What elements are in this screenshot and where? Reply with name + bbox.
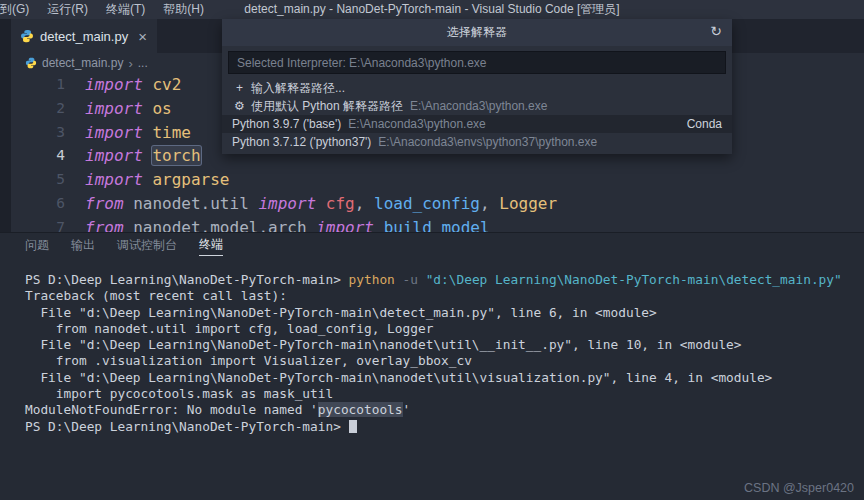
panel-tabs: 问题输出调试控制台终端 — [0, 233, 864, 259]
terminal-line: File "d:\Deep Learning\NanoDet-PyTorch-m… — [25, 305, 864, 321]
line-number: 4 — [11, 144, 65, 168]
code-token: load_config — [374, 194, 480, 213]
breadcrumb-more[interactable]: ... — [138, 56, 148, 70]
terminal-line: ModuleNotFoundError: No module named 'py… — [25, 402, 864, 418]
code-token: nanodet.util — [133, 194, 258, 213]
code-token: torch — [152, 146, 200, 165]
tab-close-icon[interactable]: × — [138, 29, 147, 44]
terminal-token: PS D:\Deep Learning\NanoDet-PyTorch-main… — [25, 419, 349, 434]
line-number: 5 — [11, 168, 65, 192]
tab-label: detect_main.py — [40, 29, 128, 44]
code-token: , — [355, 194, 374, 213]
item-detail: E:\Anaconda3\python.exe — [348, 117, 485, 131]
code-token: import — [316, 218, 383, 232]
menu-item[interactable]: 到(G) — [0, 0, 38, 19]
quick-pick-item[interactable]: +输入解释器路径... — [222, 79, 732, 97]
menu-item[interactable]: 帮助(H) — [154, 0, 213, 19]
item-label: Python 3.9.7 ('base') — [232, 117, 341, 131]
quick-pick-header: 选择解释器 ↻ — [222, 19, 732, 46]
code-token: , — [480, 194, 499, 213]
code-token: import — [85, 99, 152, 118]
code-line[interactable]: 5import argparse — [11, 168, 864, 192]
code-line-text: import cv2 — [85, 73, 181, 97]
code-token: cv2 — [152, 75, 181, 94]
code-line-text: import os — [85, 97, 172, 121]
quick-pick-item[interactable]: Python 3.9.7 ('base')E:\Anaconda3\python… — [222, 115, 732, 133]
code-line[interactable]: 6from nanodet.util import cfg, load_conf… — [11, 192, 864, 216]
code-token: os — [152, 99, 171, 118]
code-token: Logger — [499, 194, 557, 213]
terminal-token: File "d:\Deep Learning\NanoDet-PyTorch-m… — [25, 337, 742, 352]
item-label: 输入解释器路径... — [251, 80, 345, 97]
bottom-panel: 问题输出调试控制台终端 PS D:\Deep Learning\NanoDet-… — [0, 232, 864, 500]
code-token: nanodet.model.arch — [133, 218, 316, 232]
code-token: import — [258, 194, 325, 213]
item-label: Python 3.7.12 ('python37') — [232, 135, 371, 149]
conda-badge: Conda — [687, 117, 722, 131]
code-token: import — [85, 123, 152, 142]
code-token: time — [152, 123, 191, 142]
quick-pick-input-wrap — [222, 46, 732, 79]
code-line-text: import time — [85, 121, 191, 145]
item-detail: E:\Anaconda3\python.exe — [410, 99, 547, 113]
terminal-line: File "d:\Deep Learning\NanoDet-PyTorch-m… — [25, 337, 864, 353]
terminal-token: ModuleNotFoundError: No module named ' — [25, 402, 318, 417]
interpreter-quick-pick: 选择解释器 ↻ +输入解释器路径...⚙使用默认 Python 解释器路径E:\… — [222, 19, 732, 154]
terminal-token: from .visualization import Visualizer, o… — [25, 353, 472, 368]
editor-tab-detect-main[interactable]: detect_main.py × — [11, 19, 157, 53]
quick-pick-list: +输入解释器路径...⚙使用默认 Python 解释器路径E:\Anaconda… — [222, 79, 732, 154]
terminal-token: import pycocotools.mask as mask_util — [25, 386, 333, 401]
plus-icon: + — [232, 81, 247, 95]
terminal-line: from nanodet.util import cfg, load_confi… — [25, 321, 864, 337]
line-number: 7 — [11, 216, 65, 232]
terminal-line: import pycocotools.mask as mask_util — [25, 386, 864, 402]
panel-tab-问题[interactable]: 问题 — [25, 237, 49, 256]
terminal-line: File "d:\Deep Learning\NanoDet-PyTorch-m… — [25, 370, 864, 386]
quick-pick-title: 选择解释器 — [447, 24, 507, 41]
code-line-text: from nanodet.util import cfg, load_confi… — [85, 192, 557, 216]
terminal-token: Traceback (most recent call last): — [25, 288, 287, 303]
terminal-line: PS D:\Deep Learning\NanoDet-PyTorch-main… — [25, 419, 864, 435]
terminal-cursor — [349, 420, 357, 433]
breadcrumb-file[interactable]: detect_main.py — [42, 56, 123, 70]
quick-pick-item[interactable]: Python 3.7.12 ('python37')E:\Anaconda3\e… — [222, 133, 732, 151]
terminal-token: File "d:\Deep Learning\NanoDet-PyTorch-m… — [25, 305, 657, 320]
menubar: 到(G)运行(R)终端(T)帮助(H) — [0, 0, 213, 19]
code-token: from — [85, 194, 133, 213]
code-line-text: import argparse — [85, 168, 230, 192]
line-number: 6 — [11, 192, 65, 216]
terminal-line: from .visualization import Visualizer, o… — [25, 353, 864, 369]
terminal-token: python — [349, 272, 403, 287]
panel-tab-终端[interactable]: 终端 — [199, 236, 223, 256]
quick-pick-input[interactable] — [228, 51, 726, 74]
chevron-right-icon: › — [128, 56, 132, 71]
terminal-line: Traceback (most recent call last): — [25, 288, 864, 304]
panel-tab-调试控制台[interactable]: 调试控制台 — [117, 237, 177, 256]
line-number: 2 — [11, 97, 65, 121]
code-token: build_model — [384, 218, 490, 232]
terminal-token: PS D:\Deep Learning\NanoDet-PyTorch-main… — [25, 272, 349, 287]
python-icon — [25, 57, 37, 69]
code-line-text: import torch — [85, 144, 201, 168]
terminal-token: pycocotools — [318, 402, 403, 417]
item-label: 使用默认 Python 解释器路径 — [251, 98, 403, 115]
code-token: argparse — [152, 170, 229, 189]
terminal-token: from nanodet.util import cfg, load_confi… — [25, 321, 433, 336]
code-line[interactable]: 7from nanodet.model.arch import build_mo… — [11, 216, 864, 232]
gear-icon: ⚙ — [232, 99, 247, 113]
panel-tab-输出[interactable]: 输出 — [71, 237, 95, 256]
line-number: 1 — [11, 73, 65, 97]
terminal-token: ' — [403, 402, 411, 417]
terminal[interactable]: PS D:\Deep Learning\NanoDet-PyTorch-main… — [0, 272, 864, 435]
menu-item[interactable]: 运行(R) — [38, 0, 97, 19]
terminal-line: PS D:\Deep Learning\NanoDet-PyTorch-main… — [25, 272, 864, 288]
code-token: from — [85, 218, 133, 232]
terminal-token: -u — [403, 272, 426, 287]
menu-item[interactable]: 终端(T) — [97, 0, 154, 19]
line-number: 3 — [11, 121, 65, 145]
code-line-text: from nanodet.model.arch import build_mod… — [85, 216, 490, 232]
refresh-icon[interactable]: ↻ — [710, 23, 722, 39]
code-token: import — [85, 75, 152, 94]
quick-pick-item[interactable]: ⚙使用默认 Python 解释器路径E:\Anaconda3\python.ex… — [222, 97, 732, 115]
item-detail: E:\Anaconda3\envs\python37\python.exe — [378, 135, 597, 149]
